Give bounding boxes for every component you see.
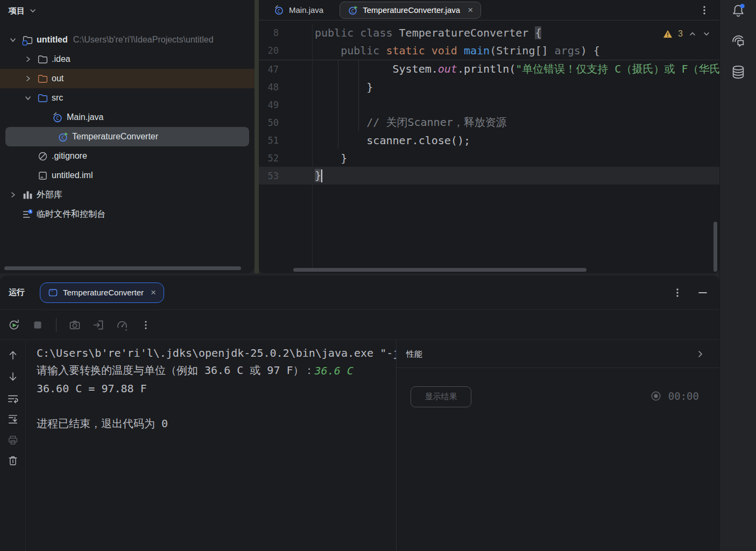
toolbar-separator (56, 318, 56, 332)
libraries-icon (20, 189, 34, 201)
code-line-51[interactable]: 51 scanner.close(); (259, 131, 719, 149)
attach-import-icon[interactable] (91, 317, 106, 333)
record-icon (650, 390, 662, 402)
tab-temperatureconverter-java[interactable]: C TemperatureConverter.java × (340, 2, 481, 19)
console-line-4 (37, 397, 396, 415)
tree-item-label: 外部库 (37, 189, 62, 201)
line-number: 48 (259, 82, 312, 93)
tree-item-out-folder[interactable]: out (0, 69, 255, 88)
svg-text:C: C (278, 8, 280, 13)
code-line-8[interactable]: 8public class TemperatureConverter { (259, 24, 719, 41)
chevron-down-icon[interactable] (21, 92, 35, 104)
run-tab-label: TemperatureConverter (63, 288, 144, 297)
line-number: 52 (259, 153, 312, 164)
code-line-47[interactable]: 47 System.out.println("单位错误！仅支持 C（摄氏）或 F… (259, 60, 719, 78)
svg-text:C: C (56, 115, 59, 121)
tree-item-external-libraries[interactable]: 外部库 (0, 185, 255, 204)
line-number: 53 (259, 171, 312, 181)
tree-item-label: .gitignore (52, 151, 87, 161)
tab-label: TemperatureConverter.java (363, 5, 460, 15)
ai-assistant-icon[interactable] (730, 32, 747, 50)
tree-item-label: .idea (52, 54, 70, 64)
project-panel-title: 项目 (9, 6, 25, 16)
performance-header[interactable]: 性能 (397, 341, 719, 368)
code-line-20[interactable]: 20 public static void main(String[] args… (259, 41, 719, 59)
tree-item-idea-folder[interactable]: .idea (0, 50, 255, 69)
performance-title: 性能 (406, 349, 422, 359)
project-panel-header[interactable]: 项目 (0, 0, 255, 22)
chevron-right-icon[interactable] (6, 189, 20, 201)
tree-item-label: untitled.iml (52, 171, 93, 180)
code-line-49[interactable]: 49 (259, 96, 719, 114)
code-editor[interactable]: 47 System.out.println("单位错误！仅支持 C（摄氏）或 F… (259, 60, 719, 185)
text-caret (321, 169, 322, 182)
gutter-separator (312, 24, 313, 268)
run-console-output[interactable]: C:\Users\b're'ri'l\.jdks\openjdk-25.0.2\… (26, 341, 397, 551)
inspections-widget[interactable]: 3 (663, 29, 711, 39)
svg-text:C: C (351, 8, 354, 13)
run-panel-title: 运行 (9, 287, 25, 298)
scroll-to-end-icon[interactable] (6, 412, 20, 426)
next-warning-chevron-down-icon[interactable] (702, 30, 711, 38)
run-options-kebab-icon[interactable] (672, 286, 683, 299)
excluded-folder-icon (36, 73, 50, 84)
ide-window: 项目 untitledC:\Users\b're'ri'l\IdeaProjec… (0, 0, 756, 551)
down-stack-trace-icon[interactable] (6, 370, 20, 384)
soft-wrap-icon[interactable] (6, 392, 20, 406)
editor-panel: C Main.java C TemperatureConverter.java … (259, 0, 719, 273)
database-icon[interactable] (730, 63, 747, 81)
chevron-down-icon[interactable] (6, 34, 20, 46)
memory-snapshot-camera-icon[interactable] (67, 317, 82, 333)
editor-vertical-scrollbar[interactable] (713, 222, 717, 272)
performance-panel: 性能 显示结果 00:00 (397, 341, 719, 551)
code-line-52[interactable]: 52 } (259, 149, 719, 167)
chevron-right-icon[interactable] (21, 53, 35, 65)
iml-file-icon (36, 169, 50, 181)
java-class-run-icon: C (348, 5, 358, 16)
sticky-lines: 8public class TemperatureConverter {20 p… (259, 24, 719, 60)
more-options-kebab-icon[interactable] (138, 317, 153, 333)
code-line-48[interactable]: 48 } (259, 78, 719, 96)
rerun-icon[interactable] (6, 317, 22, 333)
previous-warning-chevron-up-icon[interactable] (688, 30, 697, 38)
tree-item-main-java[interactable]: CMain.java (0, 108, 255, 127)
tab-main-java[interactable]: C Main.java (266, 0, 331, 20)
tree-item-scratches-and-consoles[interactable]: 临时文件和控制台 (0, 204, 255, 224)
profiler-gauge-icon[interactable] (115, 317, 130, 333)
right-tool-strip (719, 0, 756, 551)
code-line-53[interactable]: 53} (259, 167, 719, 185)
stop-icon[interactable] (30, 317, 45, 333)
warning-triangle-icon (663, 30, 673, 38)
console-gutter-toolbar (0, 341, 26, 551)
editor-options-kebab-icon[interactable] (699, 4, 710, 17)
close-icon[interactable]: × (468, 5, 473, 15)
java-class-icon: C (51, 111, 65, 123)
chevron-right-icon (696, 350, 704, 358)
project-horizontal-scrollbar[interactable] (4, 266, 241, 270)
console-line-5: 进程已结束，退出代码为 0 (37, 415, 396, 433)
show-results-button[interactable]: 显示结果 (411, 386, 471, 407)
run-config-tab[interactable]: TemperatureConverter × (40, 282, 164, 303)
project-tree: untitledC:\Users\b're'ri'l\IdeaProjects\… (0, 30, 255, 224)
run-tool-window: 运行 TemperatureConverter × (0, 276, 719, 551)
close-icon[interactable]: × (151, 287, 156, 298)
code-line-50[interactable]: 50 // 关闭Scanner，释放资源 (259, 114, 719, 131)
up-stack-trace-icon[interactable] (6, 348, 20, 362)
minimize-icon[interactable] (698, 288, 708, 298)
panel-splitter[interactable] (255, 0, 259, 273)
tree-item-untitled-project[interactable]: untitledC:\Users\b're'ri'l\IdeaProjects\… (0, 30, 255, 50)
tree-item-label: TemperatureConverter (72, 132, 158, 142)
notifications-bell-icon[interactable] (730, 2, 747, 19)
clear-console-trash-icon[interactable] (6, 454, 20, 468)
editor-horizontal-scrollbar[interactable] (293, 268, 587, 272)
app-window-icon (48, 287, 58, 298)
chevron-right-icon[interactable] (21, 73, 35, 84)
tree-item-gitignore[interactable]: .gitignore (0, 146, 255, 166)
project-tool-window: 项目 untitledC:\Users\b're'ri'l\IdeaProjec… (0, 0, 255, 273)
tree-item-src-folder[interactable]: src (0, 88, 255, 108)
tree-item-temperatureconverter[interactable]: CTemperatureConverter (5, 127, 249, 146)
print-icon[interactable] (6, 433, 20, 447)
tree-item-untitled-iml[interactable]: untitled.iml (0, 166, 255, 185)
console-line-3: 36.60 C = 97.88 F (37, 379, 396, 397)
project-folder-icon (20, 34, 34, 46)
